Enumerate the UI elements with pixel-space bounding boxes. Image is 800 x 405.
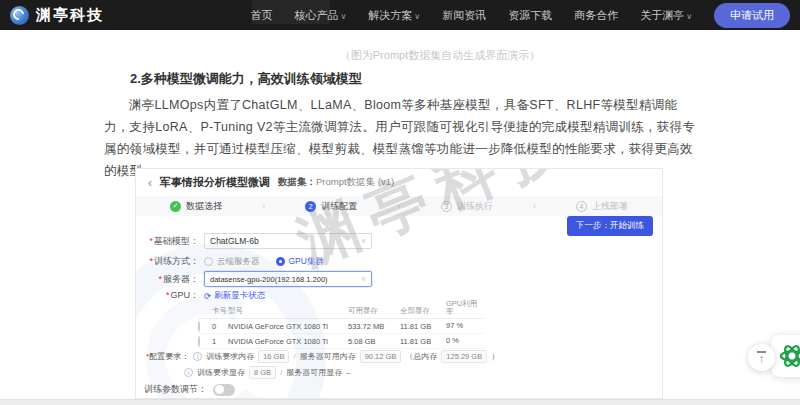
step-train-config[interactable]: 2 训练配置: [305, 200, 357, 213]
server-select[interactable]: datasense-gpu-200(192.168.1.200) ∨: [204, 271, 372, 287]
next-step-button[interactable]: 下一步：开始训练: [567, 216, 653, 236]
figure-caption: （图为Prompt数据集自动生成界面演示）: [80, 48, 800, 63]
gpu-label: *GPU：: [136, 289, 204, 302]
top-navigation-bar: 渊亭科技 首页 核心产品∨ 解决方案∨ 新闻资讯 资源下载 商务合作 关于渊亭∨…: [0, 0, 800, 30]
base-model-value: ChatGLM-6b: [210, 236, 259, 246]
back-icon[interactable]: ‹: [148, 176, 152, 190]
step-data-select[interactable]: ✓ 数据选择: [170, 200, 222, 213]
next-section-divider: [0, 399, 800, 405]
train-mode-row: *训练方式： 云端服务器 GPU集群: [136, 255, 340, 268]
gpu-table-header: 卡号 型号 可用显存 全部显存 GPU利用率: [198, 299, 484, 319]
step-number: 2: [305, 201, 316, 212]
brand-name: 渊亭科技: [36, 6, 104, 25]
required-vram-value: 8 GB: [249, 366, 276, 379]
radio-icon[interactable]: [198, 336, 200, 347]
nav-item-about[interactable]: 关于渊亭∨: [640, 8, 692, 23]
company-logo-icon: [10, 6, 29, 25]
memory-requirement-line: *配置要求： i 训练要求内存 16 GB / 服务器可用内存 90.12 GB…: [146, 350, 499, 363]
train-mode-label: *训练方式：: [136, 255, 204, 268]
radio-icon[interactable]: [198, 321, 200, 332]
total-memory-value: 125.29 GB: [441, 350, 487, 363]
nav-item-news[interactable]: 新闻资讯: [442, 8, 486, 23]
dataset-info: 数据集：Prompt数据集 (v1): [278, 176, 394, 189]
tune-params-label: 训练参数调节：: [144, 383, 207, 396]
nav-item-solutions[interactable]: 解决方案∨: [368, 8, 420, 23]
available-vram-value: –: [346, 368, 350, 377]
info-icon: i: [184, 368, 193, 377]
step-separator-icon: ›: [397, 201, 400, 211]
chevron-down-icon: ∨: [361, 275, 366, 283]
step-train-run: 3 训练执行: [441, 200, 493, 213]
vram-requirement-line: i 训练要求显存 8 GB / 服务器可用显存 –: [184, 366, 351, 379]
step-number: 4: [576, 201, 587, 212]
dataset-value: Prompt数据集 (v1): [316, 176, 394, 187]
wizard-stepper: ✓ 数据选择 › 2 训练配置 › 3 训练执行 › 4 上线部署: [136, 196, 662, 216]
panel-header: ‹ 军事情报分析模型微调 数据集：Prompt数据集 (v1): [136, 169, 662, 196]
tune-params-row: 训练参数调节：: [144, 383, 235, 396]
article: 2.多种模型微调能力，高效训练领域模型 渊亭LLMOps内置了ChatGLM、L…: [104, 70, 700, 182]
info-icon: i: [193, 352, 202, 361]
required-memory-value: 16 GB: [258, 350, 289, 363]
requirement-label: 配置要求：: [149, 352, 189, 361]
section-heading: 2.多种模型微调能力，高效训练领域模型: [130, 70, 700, 88]
step-check-icon: ✓: [170, 201, 181, 212]
chevron-down-icon: ∨: [340, 12, 346, 21]
chevron-down-icon: ∨: [686, 12, 692, 21]
nav-items: 首页 核心产品∨ 解决方案∨ 新闻资讯 资源下载 商务合作 关于渊亭∨ 申请试用: [250, 3, 790, 28]
radio-cloud-server[interactable]: 云端服务器: [204, 256, 260, 268]
dataset-label: 数据集：: [278, 176, 316, 187]
base-model-select[interactable]: ChatGLM-6b ∨: [204, 233, 372, 249]
gpu-table-row[interactable]: 0 NVIDIA GeForce GTX 1080 Ti 533.72 MB 1…: [198, 319, 484, 334]
finetune-wizard-panel: ‹ 军事情报分析模型微调 数据集：Prompt数据集 (v1) ✓ 数据选择 ›…: [135, 168, 663, 399]
chevron-down-icon: ∨: [361, 237, 366, 245]
gpu-table-row[interactable]: 1 NVIDIA GeForce GTX 1080 Ti 5.08 GB 11.…: [198, 334, 484, 349]
nav-highlight-block: [252, 0, 330, 24]
radio-gpu-cluster[interactable]: GPU集群: [276, 256, 324, 268]
step-separator-icon: ›: [533, 201, 536, 211]
gpu-table: 卡号 型号 可用显存 全部显存 GPU利用率 0 NVIDIA GeForce …: [198, 299, 484, 349]
base-model-label: *基础模型：: [136, 235, 204, 248]
nav-item-business[interactable]: 商务合作: [574, 8, 618, 23]
apply-trial-button[interactable]: 申请试用: [714, 3, 790, 28]
panel-title: 军事情报分析模型微调: [160, 175, 270, 190]
server-label: *服务器：: [136, 273, 204, 286]
base-model-row: *基础模型： ChatGLM-6b ∨: [136, 233, 372, 249]
support-logo-icon: [778, 342, 800, 370]
server-value: datasense-gpu-200(192.168.1.200): [210, 275, 328, 284]
step-number: 3: [441, 201, 452, 212]
chevron-down-icon: ∨: [414, 12, 420, 21]
step-deploy: 4 上线部署: [576, 200, 628, 213]
server-row: *服务器： datasense-gpu-200(192.168.1.200) ∨: [136, 271, 372, 287]
step-separator-icon: ›: [262, 201, 265, 211]
radio-icon: [204, 257, 213, 266]
support-widget-button[interactable]: [771, 335, 800, 377]
nav-item-downloads[interactable]: 资源下载: [508, 8, 552, 23]
available-memory-value: 90.12 GB: [360, 350, 402, 363]
tune-params-toggle[interactable]: [213, 384, 235, 396]
radio-checked-icon: [276, 257, 285, 266]
back-to-top-button[interactable]: ↑: [748, 344, 775, 371]
brand[interactable]: 渊亭科技: [10, 6, 104, 25]
